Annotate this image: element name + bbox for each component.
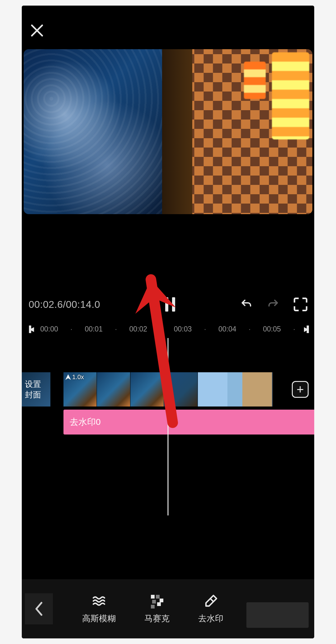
current-time: 00:02.6 xyxy=(29,299,63,310)
ruler-tick: 00:05 xyxy=(263,325,281,333)
playback-controls: 00:02.6/00:14.0 xyxy=(22,289,314,320)
svg-rect-5 xyxy=(151,605,155,609)
mosaic-icon xyxy=(150,594,165,609)
preview-area xyxy=(22,49,314,214)
back-button[interactable] xyxy=(25,593,53,624)
remove-watermark-tool[interactable]: 去水印 xyxy=(198,594,223,624)
pause-button[interactable] xyxy=(163,297,177,312)
app-screen: 00:02.6/00:14.0 00:00 00:01 00:02 xyxy=(22,6,314,638)
svg-rect-0 xyxy=(151,595,155,599)
jump-to-start-icon[interactable] xyxy=(27,325,32,333)
preview-left-half xyxy=(24,49,162,214)
plus-icon: + xyxy=(296,383,304,397)
preview-right-half xyxy=(162,49,312,214)
control-icon-group xyxy=(240,298,307,311)
time-ruler[interactable]: 00:00 00:01 00:02 00:03 00:04 00:05 xyxy=(22,320,314,338)
redo-icon[interactable] xyxy=(267,298,279,311)
obscured-region xyxy=(246,602,309,628)
undo-icon[interactable] xyxy=(240,298,253,311)
cover-label-line2: 封面 xyxy=(25,389,50,400)
clip-strip[interactable]: 1.0x xyxy=(63,372,314,407)
tool-label: 马赛克 xyxy=(144,613,170,624)
mosaic-tool[interactable]: 马赛克 xyxy=(144,594,170,624)
video-clip[interactable] xyxy=(198,372,273,407)
ruler-tick: 00:04 xyxy=(218,325,236,333)
video-clip[interactable] xyxy=(97,372,131,407)
status-bar xyxy=(22,6,314,12)
ruler-tick: 00:00 xyxy=(40,325,58,333)
time-separator: / xyxy=(63,299,66,310)
page-background: 00:02.6/00:14.0 00:00 00:01 00:02 xyxy=(0,0,336,644)
tool-label: 高斯模糊 xyxy=(82,613,116,624)
ruler-tick: 00:01 xyxy=(85,325,103,333)
video-preview[interactable] xyxy=(24,49,312,214)
watermark-effect-clip[interactable]: 去水印0 xyxy=(63,410,314,435)
speed-badge: 1.0x xyxy=(65,374,84,381)
svg-rect-1 xyxy=(156,595,160,599)
playback-time: 00:02.6/00:14.0 xyxy=(29,299,100,310)
jump-to-end-icon[interactable] xyxy=(304,325,309,333)
set-cover-button[interactable]: 设置 封面 xyxy=(22,372,52,407)
effect-label: 去水印0 xyxy=(70,416,101,428)
video-clip[interactable]: 1.0x xyxy=(63,372,97,407)
svg-rect-4 xyxy=(157,602,161,606)
video-clip[interactable] xyxy=(164,372,198,407)
fullscreen-icon[interactable] xyxy=(294,298,307,311)
top-bar xyxy=(22,12,314,49)
ruler-tick: 00:02 xyxy=(129,325,147,333)
bottom-toolbar: 高斯模糊 马赛克 去水印 xyxy=(22,579,314,638)
total-time: 00:14.0 xyxy=(66,299,100,310)
eraser-icon xyxy=(203,594,218,609)
cover-label-line1: 设置 xyxy=(25,379,50,389)
timeline[interactable]: 设置 封面 1.0x + 去水印0 xyxy=(22,338,314,587)
playhead[interactable] xyxy=(168,338,169,515)
video-clip[interactable] xyxy=(131,372,164,407)
ruler-ticks: 00:00 00:01 00:02 00:03 00:04 00:05 xyxy=(32,325,304,333)
add-clip-button[interactable]: + xyxy=(292,381,309,398)
gaussian-blur-tool[interactable]: 高斯模糊 xyxy=(82,594,116,624)
waves-icon xyxy=(91,594,106,609)
ruler-tick: 00:03 xyxy=(174,325,192,333)
svg-rect-2 xyxy=(160,599,163,602)
svg-rect-3 xyxy=(152,600,156,604)
tool-label: 去水印 xyxy=(198,613,223,624)
close-icon[interactable] xyxy=(30,23,44,38)
